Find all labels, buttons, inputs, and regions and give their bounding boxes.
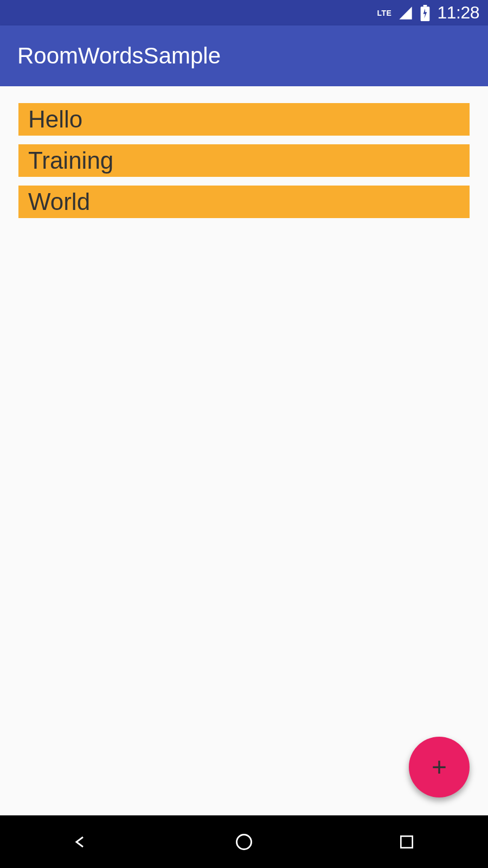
signal-icon [398,5,413,21]
navigation-bar [0,815,488,868]
list-item[interactable]: Hello [18,103,470,136]
list-item[interactable]: Training [18,144,470,177]
battery-charging-icon [420,5,431,21]
status-bar: LTE 11:28 [0,0,488,25]
recents-button[interactable] [393,828,420,856]
svg-rect-3 [401,836,412,847]
word-text: World [28,188,90,215]
svg-point-2 [237,834,252,849]
plus-icon: + [432,754,447,780]
status-time: 11:28 [437,3,479,23]
add-button[interactable]: + [409,737,470,797]
network-label: LTE [377,9,392,17]
home-button[interactable] [230,828,258,856]
word-text: Training [28,147,113,174]
back-button[interactable] [68,828,95,856]
content-area: Hello Training World [0,86,488,815]
svg-rect-1 [423,5,427,7]
app-title: RoomWordsSample [17,43,221,69]
app-bar: RoomWordsSample [0,25,488,86]
list-item[interactable]: World [18,186,470,218]
word-text: Hello [28,106,82,133]
